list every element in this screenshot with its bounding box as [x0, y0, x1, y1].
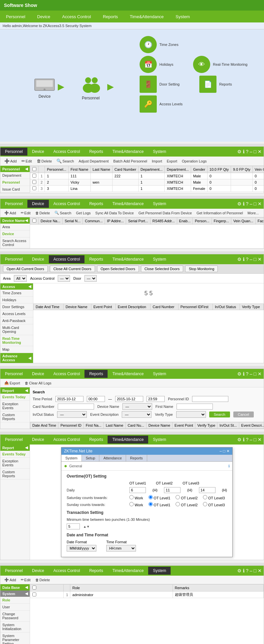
more-btn[interactable]: More...	[246, 210, 260, 216]
col-fp9[interactable]: 9.0 FP Qty	[231, 166, 252, 173]
reports-nav-personnel[interactable]: Personnel	[0, 370, 27, 378]
col-rs485[interactable]: RS485 Addr...	[150, 218, 177, 225]
sidebar-item-area[interactable]: Area	[0, 224, 30, 231]
sidebar-item-events-today[interactable]: Events Today	[0, 394, 30, 401]
col-fp10[interactable]: 10.0 FP Qty	[207, 166, 231, 173]
stop-monitoring-btn[interactable]: Stop Monitoring	[185, 266, 218, 272]
device-nav-device[interactable]: Device	[27, 200, 49, 208]
access-nav-device[interactable]: Device	[27, 255, 49, 263]
verify-type-select[interactable]	[176, 411, 206, 418]
device-nav-reports[interactable]: Reports	[84, 200, 108, 208]
sun-ot1-radio[interactable]	[148, 502, 153, 506]
nav-device[interactable]: Device	[31, 12, 56, 22]
collapse-icon[interactable]: ◀	[25, 388, 28, 393]
sidebar-item-device[interactable]: Device	[0, 231, 30, 237]
add-btn[interactable]: ➕ Add	[3, 210, 17, 216]
clear-logs-btn[interactable]: 🗑 Clear All Logs	[23, 380, 53, 386]
personnel-id-input[interactable]	[192, 396, 228, 402]
personnel-nav-system[interactable]: System	[148, 148, 171, 156]
sidebar-item-param[interactable]: System Parameter Setting	[0, 632, 30, 644]
sun-ot2-radio[interactable]	[176, 502, 180, 506]
time-format-select[interactable]: HH:mm	[106, 545, 136, 552]
col-lname[interactable]: Last Name	[104, 422, 125, 429]
system-nav-reports[interactable]: Reports	[84, 567, 108, 575]
nav-system[interactable]: System	[170, 12, 196, 22]
get-logs-btn[interactable]: Get Logs	[75, 210, 92, 216]
col-vein[interactable]: Vein Quan...	[231, 218, 255, 225]
first-name-input[interactable]	[177, 404, 213, 410]
sidebar-item-realtime[interactable]: Real-Time Monitoring	[0, 335, 33, 346]
get-personnel-btn[interactable]: Get Personnel Data From Device	[137, 210, 193, 216]
ta-nav-access[interactable]: Access Control	[49, 436, 85, 444]
sidebar-item-access-levels[interactable]: Access Levels	[0, 310, 33, 317]
col-inout[interactable]: In/Out Status	[213, 304, 240, 310]
collapse-icon[interactable]: ◀	[25, 446, 28, 450]
search-btn[interactable]: 🔍 Search	[53, 210, 73, 216]
reports-nav-ta[interactable]: Time&Attendance	[108, 370, 148, 378]
nav-access-control[interactable]: Access Control	[56, 12, 97, 22]
sync-btn[interactable]: Sync All Data To Device	[94, 210, 135, 216]
sidebar-item-custom[interactable]: Custom Reports	[0, 469, 30, 480]
device-nav-ta[interactable]: Time&Attendance	[108, 200, 148, 208]
col-face[interactable]: Face Quant...	[255, 218, 264, 225]
import-button[interactable]: Import	[150, 159, 163, 164]
popup-nav-reports[interactable]: Reports	[126, 455, 147, 461]
select-all-checkbox[interactable]	[32, 219, 36, 223]
ta-nav-ta[interactable]: Time&Attendance	[108, 436, 148, 444]
system-nav-system[interactable]: System	[148, 567, 171, 575]
table-row[interactable]: 2 2 Vicky wen 1 XIMTECH Male 0 0 0	[30, 179, 264, 186]
sidebar-item-door-settings[interactable]: Door Settings	[0, 304, 33, 310]
collapse-icon[interactable]: ◀	[28, 356, 31, 360]
sidebar-item-user[interactable]: User	[0, 604, 30, 611]
sidebar-item-time-zones[interactable]: Time Zones	[0, 290, 33, 297]
maximize-popup-icon[interactable]: □	[223, 449, 225, 453]
system-nav-personnel[interactable]: Personnel	[0, 567, 27, 575]
device-nav-system[interactable]: System	[148, 200, 171, 208]
sat-ot1-radio[interactable]	[148, 495, 153, 499]
sat-ot3-radio[interactable]	[203, 495, 207, 499]
col-ip[interactable]: IP Addre...	[105, 218, 126, 225]
to-time-input[interactable]	[147, 396, 165, 402]
popup-nav-system[interactable]: System	[61, 455, 82, 461]
operation-logs-button[interactable]: Operation Logs	[181, 159, 208, 164]
col-pid[interactable]: Personnel ID	[58, 422, 84, 429]
col-vein[interactable]: Vein Quantity	[252, 166, 264, 173]
daily-ot2-input[interactable]	[164, 487, 181, 493]
popup-nav-setup[interactable]: Setup	[82, 455, 100, 461]
add-btn[interactable]: ➕ Add	[3, 577, 17, 583]
sidebar-item-change-pwd[interactable]: Change Password	[0, 611, 30, 622]
access-nav-reports[interactable]: Reports	[84, 255, 108, 263]
ta-nav-reports[interactable]: Reports	[84, 436, 108, 444]
search-cancel-btn[interactable]: Cancel	[233, 411, 254, 417]
close-popup-icon[interactable]: ✕	[226, 449, 230, 453]
nav-time-attendance[interactable]: Time&Attendance	[124, 12, 170, 22]
col-card-number[interactable]: Card Number	[112, 166, 138, 173]
col-devname[interactable]: Device Name	[63, 304, 91, 310]
edit-btn[interactable]: ✏ Edit	[19, 210, 32, 216]
from-time-input[interactable]	[87, 396, 105, 402]
col-cardnum[interactable]: Card Nu...	[125, 422, 146, 429]
min-time-input[interactable]	[67, 523, 80, 529]
device-nav-access[interactable]: Access Control	[49, 200, 85, 208]
popup-nav-attendance[interactable]: Attendance	[99, 455, 126, 461]
col-verify[interactable]: Verify Type	[240, 304, 264, 310]
personnel-nav-ta[interactable]: Time&Attendance	[108, 148, 148, 156]
sidebar-item-department[interactable]: Department	[0, 172, 30, 179]
search-submit-btn[interactable]: Search	[209, 411, 230, 417]
col-comm[interactable]: Commun...	[83, 218, 105, 225]
card-number-input[interactable]	[58, 404, 94, 410]
ac-select[interactable]: —	[58, 275, 70, 282]
row-check[interactable]	[30, 173, 39, 179]
close-all-doors-btn[interactable]: Close All Current Doors	[50, 266, 95, 272]
col-event-point[interactable]: Event Point	[91, 304, 116, 310]
table-row[interactable]: 1 1 111 222 1 XIMTECH Male 0 0 0	[30, 173, 264, 179]
col-cardnum[interactable]: Card Number	[150, 304, 178, 310]
adjust-dept-button[interactable]: Adjust Department	[77, 159, 110, 164]
reports-nav-reports[interactable]: Reports	[84, 370, 108, 378]
col-fname[interactable]: First Na...	[83, 422, 104, 429]
col-remarks[interactable]: Remarks	[173, 585, 264, 591]
personnel-nav-device[interactable]: Device	[27, 148, 49, 156]
col-devname[interactable]: Device Name	[146, 422, 172, 429]
sidebar-item-map[interactable]: Map	[0, 346, 33, 353]
col-eventdesc[interactable]: Event Descri...	[239, 422, 264, 429]
